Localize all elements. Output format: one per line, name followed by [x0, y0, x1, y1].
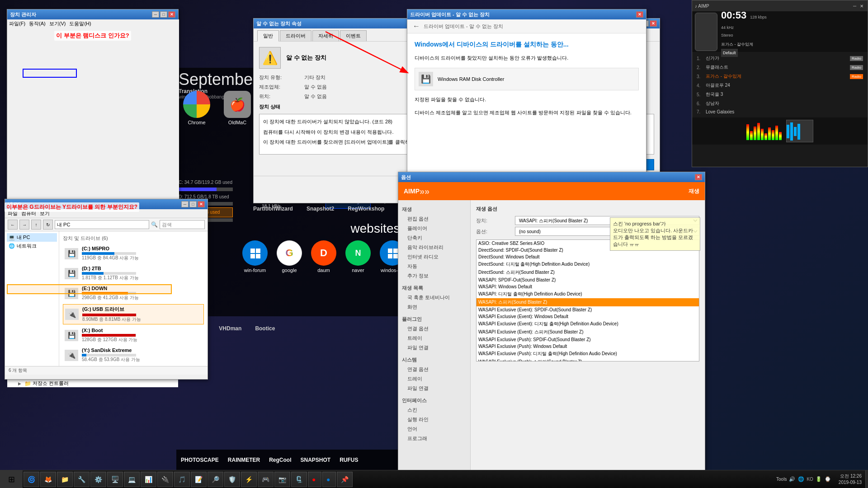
start-button[interactable]: ⊞: [0, 470, 23, 488]
playlist-item-2[interactable]: 2. 뮤클래스트 Radio: [694, 63, 866, 72]
google-site[interactable]: G google: [277, 240, 302, 274]
back-button[interactable]: ←: [413, 22, 420, 30]
taskbar-icon-15[interactable]: 🎮: [258, 472, 274, 487]
fe-close[interactable]: ✕: [198, 201, 205, 207]
drive-e[interactable]: 💾 (E:) DOWN 298GB 중 41.2GB 사용 가능: [63, 284, 204, 302]
nav-system-connection[interactable]: 연결 옵션: [400, 365, 468, 374]
vhdman-link[interactable]: VHDman: [219, 325, 241, 332]
tray-volume-icon[interactable]: 🔊: [788, 476, 796, 483]
file-explorer-titlebar[interactable]: 내 PC ─ □ ✕: [5, 199, 208, 209]
media-titlebar[interactable]: ♪ AIMP ─ ✕: [692, 0, 868, 11]
taskbar-icon-13[interactable]: 🛡️: [224, 472, 240, 487]
fe-menu-file[interactable]: 파일: [8, 210, 18, 217]
win-forum-site[interactable]: win-forum: [242, 240, 268, 274]
partitionwizard-link[interactable]: PartitionWizard: [253, 206, 293, 212]
ud-close[interactable]: ✕: [650, 20, 657, 27]
taskbar-icon-16[interactable]: 📷: [274, 472, 290, 487]
taskbar-icon-17[interactable]: 🗜️: [291, 472, 307, 487]
address-bar[interactable]: [55, 220, 149, 229]
output-device-list[interactable]: ASIO: Creative SBZ Series ASIO DirectSou…: [476, 239, 699, 361]
playlist-item-5[interactable]: 5. 한국을 3: [694, 90, 866, 99]
language-indicator[interactable]: KO: [807, 477, 813, 482]
nav-connection[interactable]: 연결 옵션: [400, 324, 468, 333]
taskbar-icon-7[interactable]: 💻: [124, 472, 140, 487]
taskbar-icon-3[interactable]: 📁: [57, 472, 73, 487]
taskbar-icon-4[interactable]: 🔧: [74, 472, 90, 487]
wasapi-ex-ev-default-option[interactable]: WASAPI Exclusive (Event): Windows Defaul…: [476, 313, 699, 320]
rainmeter-app[interactable]: RAINMETER: [228, 457, 260, 463]
menu-help[interactable]: 도움말(H): [69, 20, 91, 212]
media-close[interactable]: ✕: [859, 4, 865, 9]
drive-x[interactable]: 💾 (X:) Boot 128GB 중 127GB 사용 가능: [63, 326, 204, 344]
nav-exec-line[interactable]: 실행 라인: [400, 415, 468, 424]
wasapi-digital-option[interactable]: WASAPI: 디지털 출력(High Definition Audio Dev…: [476, 290, 699, 298]
playlist-item-3[interactable]: 3. 프가스 - 갈수있게 Radio: [694, 72, 866, 81]
search-input[interactable]: [160, 220, 205, 229]
wasapi-ex-push-digital-option[interactable]: WASAPI Exclusive (Push): 디지털 출력(High Def…: [476, 350, 699, 358]
tray-battery-icon[interactable]: 🔋: [815, 476, 822, 483]
taskbar-icon-19[interactable]: ●: [322, 472, 336, 487]
wasapi-ex-ev-spdif-option[interactable]: WASAPI Exclusive (Event): SPDIF-Out(Soun…: [476, 306, 699, 313]
nav-internet-radio[interactable]: 인터넷 라디오: [400, 252, 468, 262]
taskbar-icon-10[interactable]: 🎵: [174, 472, 190, 487]
ds-digital-option[interactable]: DirectSound: 디지털 출력(High Definition Audi…: [476, 260, 699, 268]
drive-c[interactable]: 💾 (C:) M5PRO 119GB 중 84.4GB 사용 가능: [63, 244, 204, 263]
maximize-button[interactable]: □: [160, 11, 167, 18]
media-minimize[interactable]: ─: [852, 4, 858, 9]
nav-system[interactable]: 시스템: [400, 355, 468, 365]
taskbar-icon-14[interactable]: ⚡: [241, 472, 257, 487]
nav-program[interactable]: 프로그래: [400, 434, 468, 443]
menu-file[interactable]: 파일(F): [9, 20, 25, 212]
taskbar-icon-2[interactable]: 🦊: [40, 472, 56, 487]
tree-item-storage[interactable]: ▶ 📁 저장소 컨트롤러: [9, 380, 176, 387]
nav-screen[interactable]: 화면: [400, 302, 468, 312]
regworkshop-link[interactable]: RegWorkshop: [348, 206, 384, 212]
du-close[interactable]: ✕: [636, 11, 643, 18]
drive-y[interactable]: 🔌 (Y:) SanDisk Extreme 58.4GB 중 53.9GB 사…: [63, 346, 204, 364]
taskbar-icon-6[interactable]: 🖥️: [107, 472, 123, 487]
snapshot-app[interactable]: SNAPSHOT: [300, 457, 330, 463]
chrome-icon-launcher[interactable]: Chrome: [176, 88, 217, 128]
fe-back-btn[interactable]: ←: [8, 220, 18, 230]
wasapi-ex-ev-digital-option[interactable]: WASAPI Exclusive (Event): 디지털 출력(High De…: [476, 320, 699, 328]
ds-default-option[interactable]: DirectSound: Windows Default: [476, 253, 699, 260]
taskbar-icon-12[interactable]: 🔎: [208, 472, 223, 487]
taskbar-warcraft-item[interactable]: 🌀: [24, 472, 39, 487]
drive-g[interactable]: 🔌 (G:) USB 드라이브 8.90MB 중 8.81MB 사용 가능: [63, 304, 204, 324]
taskbar-icon-20[interactable]: 📌: [337, 472, 353, 487]
bootice-link[interactable]: Bootice: [255, 325, 275, 332]
wasapi-spdif-option[interactable]: WASAPI: SPDIF-Out(Sound Blaster Z): [476, 277, 699, 283]
nav-playback[interactable]: 재생: [400, 205, 468, 214]
ds-speaker-option[interactable]: DirectSound: 스피커(Sound Blaster Z): [476, 268, 699, 277]
fe-menu-view[interactable]: 보기: [40, 210, 50, 217]
aimp-close-btn[interactable]: ✕: [695, 174, 702, 180]
naver-site[interactable]: N naver: [345, 240, 371, 274]
fe-refresh-btn[interactable]: ↻: [43, 220, 53, 230]
fe-up-btn[interactable]: ↑: [31, 220, 41, 230]
tray-network-icon[interactable]: 🌐: [797, 476, 805, 483]
show-desktop-button[interactable]: [865, 470, 868, 488]
tab-details[interactable]: 자세히: [312, 30, 339, 41]
nav-extra-info[interactable]: 추가 정보: [400, 271, 468, 281]
nav-system-tray[interactable]: 드레이: [400, 374, 468, 384]
nav-skin[interactable]: 스킨: [400, 405, 468, 415]
photoscape-app[interactable]: PHOTOSCAPE: [181, 457, 219, 463]
daum-site[interactable]: D daum: [311, 240, 336, 274]
nav-playlist-sub[interactable]: 국 훅훈 토네비나이: [400, 293, 468, 302]
tab-events[interactable]: 이벤트: [340, 30, 367, 41]
clock-area[interactable]: 오전 12:26 2019-09-13: [835, 473, 865, 486]
rufus-app[interactable]: RUFUS: [340, 457, 358, 463]
nav-tray[interactable]: 트레이: [400, 333, 468, 343]
wasapi-speaker-option[interactable]: WASAPI: 스피커(Sound Blaster Z): [476, 298, 699, 306]
taskbar-icon-8[interactable]: 📊: [141, 472, 156, 487]
driver-update-titlebar[interactable]: 드라이버 업데이트 - 알 수 없는 장치 ✕: [407, 9, 646, 19]
nav-language[interactable]: 언어: [400, 424, 468, 434]
wasapi-ex-push-speaker-option[interactable]: WASAPI Exclusive (Push): 스피커(Sound Blast…: [476, 358, 699, 361]
nav-plugins[interactable]: 플러그인: [400, 314, 468, 324]
playlist-item-1[interactable]: 1. 신가가 Radio: [694, 54, 866, 63]
fe-minimize[interactable]: ─: [181, 201, 189, 207]
close-button[interactable]: ✕: [168, 11, 175, 18]
tray-clock-icon[interactable]: ⌚: [824, 476, 831, 483]
sidebar-my-pc[interactable]: 💻 내 PC: [7, 233, 57, 242]
drive-d[interactable]: 💾 (D:) 2TB 1.81TB 중 1.12TB 사용 가능: [63, 264, 204, 282]
